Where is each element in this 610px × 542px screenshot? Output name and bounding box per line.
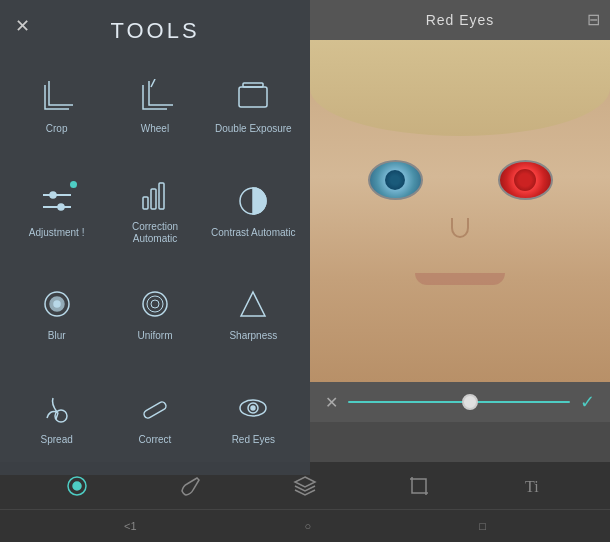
top-area: Red Eyes ⊟ xyxy=(0,0,610,462)
svg-rect-8 xyxy=(151,189,156,209)
right-eye[interactable] xyxy=(498,160,553,200)
photo-controls: ✕ ✓ xyxy=(310,382,610,422)
left-eye[interactable] xyxy=(368,160,423,200)
left-pupil xyxy=(385,170,405,190)
adjustment-label: Adjustment ! xyxy=(29,227,85,239)
slider-thumb[interactable] xyxy=(462,394,478,410)
svg-point-22 xyxy=(251,406,255,410)
tools-title: Tools xyxy=(110,18,199,44)
svg-point-24 xyxy=(73,482,81,490)
svg-rect-9 xyxy=(159,183,164,209)
red-eyes-icon xyxy=(231,386,275,430)
sharpness-icon xyxy=(231,282,275,326)
correction-icon xyxy=(133,173,177,217)
nav-back[interactable]: <1 xyxy=(124,520,137,532)
confirm-button[interactable]: ✓ xyxy=(580,391,595,413)
tool-red-eyes[interactable]: Red Eyes xyxy=(207,367,300,466)
wheel-label: Wheel xyxy=(141,123,169,135)
toolbar-crop[interactable] xyxy=(401,468,437,504)
photo-canvas[interactable] xyxy=(310,40,610,382)
tool-blur[interactable]: Blur xyxy=(10,263,103,362)
blur-label: Blur xyxy=(48,330,66,342)
tool-crop[interactable]: Crop xyxy=(10,56,103,155)
tool-wheel[interactable]: Wheel xyxy=(108,56,201,155)
tool-double-exposure[interactable]: Double Exposure xyxy=(207,56,300,155)
uniform-icon xyxy=(133,282,177,326)
spread-icon xyxy=(35,386,79,430)
svg-line-0 xyxy=(151,79,155,87)
spread-label: Spread xyxy=(41,434,73,446)
svg-marker-25 xyxy=(295,477,315,487)
crop-icon xyxy=(35,75,79,119)
nav-bar: <1 ○ □ xyxy=(0,510,610,542)
face-image xyxy=(310,40,610,382)
svg-point-16 xyxy=(151,300,159,308)
adjustment-dot xyxy=(70,181,77,188)
svg-rect-19 xyxy=(143,400,168,419)
svg-rect-7 xyxy=(143,197,148,209)
tool-correct[interactable]: Correct xyxy=(108,367,201,466)
tools-panel: ✕ Tools Crop Wheel xyxy=(0,0,310,475)
tools-close-button[interactable]: ✕ xyxy=(15,15,30,37)
cancel-button[interactable]: ✕ xyxy=(325,393,338,412)
svg-point-6 xyxy=(58,204,64,210)
tool-adjustment[interactable]: Adjustment ! xyxy=(10,160,103,259)
double-exposure-label: Double Exposure xyxy=(215,123,292,135)
tool-spread[interactable]: Spread xyxy=(10,367,103,466)
svg-rect-2 xyxy=(243,83,263,87)
tool-uniform[interactable]: Uniform xyxy=(108,263,201,362)
svg-marker-17 xyxy=(241,292,265,316)
red-eyes-label: Red Eyes xyxy=(232,434,275,446)
svg-point-13 xyxy=(54,301,60,307)
correction-label: Correction Automatic xyxy=(112,221,197,245)
svg-point-15 xyxy=(147,296,163,312)
contrast-label: Contrast Automatic xyxy=(211,227,295,239)
svg-point-5 xyxy=(50,192,56,198)
crop-label: Crop xyxy=(46,123,68,135)
tools-grid: Crop Wheel Double Exposure xyxy=(10,56,300,465)
photo-header: Red Eyes ⊟ xyxy=(310,0,610,40)
tool-contrast[interactable]: Contrast Automatic xyxy=(207,160,300,259)
correct-label: Correct xyxy=(139,434,172,446)
toolbar-text[interactable]: Ti xyxy=(515,468,551,504)
adjustment-icon xyxy=(35,179,79,223)
double-exposure-icon xyxy=(231,75,275,119)
correct-icon xyxy=(133,386,177,430)
right-pupil xyxy=(514,169,536,191)
tools-header: ✕ Tools xyxy=(10,10,300,56)
wheel-icon xyxy=(133,75,177,119)
nav-recent[interactable]: □ xyxy=(479,520,486,532)
nav-home[interactable]: ○ xyxy=(305,520,312,532)
slider-track[interactable] xyxy=(348,401,570,403)
blur-icon xyxy=(35,282,79,326)
contrast-icon xyxy=(231,179,275,223)
main-container: Red Eyes ⊟ xyxy=(0,0,610,542)
svg-text:Ti: Ti xyxy=(525,478,539,495)
face-eyes xyxy=(310,160,610,200)
svg-rect-1 xyxy=(239,87,267,107)
sharpness-label: Sharpness xyxy=(229,330,277,342)
tool-sharpness[interactable]: Sharpness xyxy=(207,263,300,362)
photo-title: Red Eyes xyxy=(426,12,495,28)
uniform-label: Uniform xyxy=(137,330,172,342)
split-view-icon[interactable]: ⊟ xyxy=(587,10,600,29)
tool-correction[interactable]: Correction Automatic xyxy=(108,160,201,259)
